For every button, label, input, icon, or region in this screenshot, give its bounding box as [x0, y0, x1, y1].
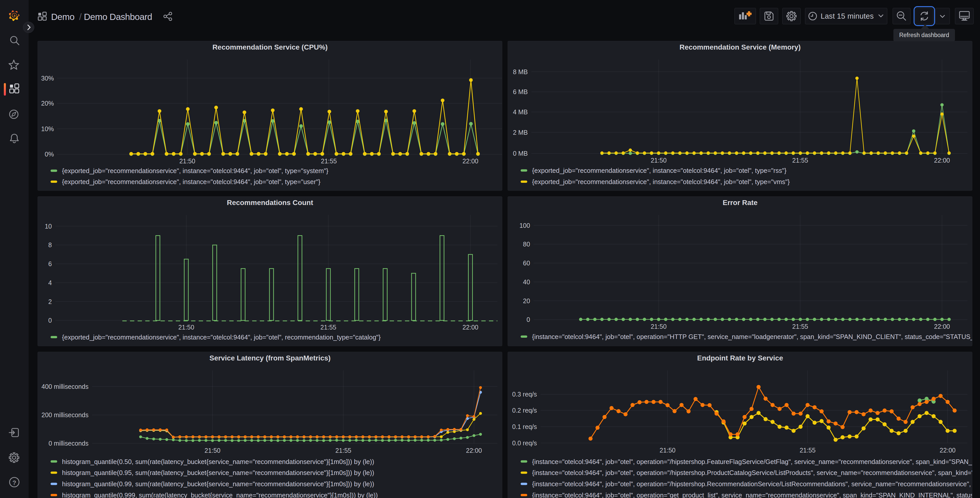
svg-text:20: 20 — [523, 297, 530, 305]
svg-text:21:55: 21:55 — [321, 158, 337, 164]
svg-text:0%: 0% — [45, 150, 54, 158]
svg-text:histogram_quantile(0.999, sum(: histogram_quantile(0.999, sum(rate(laten… — [62, 492, 378, 498]
svg-text:4: 4 — [48, 279, 52, 286]
svg-text:histogram_quantile(0.99, sum(r: histogram_quantile(0.99, sum(rate(latenc… — [62, 480, 374, 487]
svg-text:80: 80 — [523, 241, 530, 248]
svg-text:21:55: 21:55 — [320, 324, 336, 331]
svg-text:22:00: 22:00 — [466, 447, 482, 454]
svg-text:2: 2 — [48, 298, 52, 305]
svg-text:21:50: 21:50 — [179, 158, 195, 164]
svg-text:21:50: 21:50 — [651, 323, 667, 330]
svg-text:6 MB: 6 MB — [513, 88, 528, 95]
svg-text:0.3 req/s: 0.3 req/s — [512, 391, 537, 398]
svg-text:{exported_job="recommendations: {exported_job="recommendationservice", i… — [62, 167, 329, 174]
svg-text:0.1 req/s: 0.1 req/s — [512, 423, 537, 430]
svg-text:0.2 req/s: 0.2 req/s — [512, 407, 537, 414]
svg-text:0.0 req/s: 0.0 req/s — [512, 439, 537, 447]
svg-text:{exported_job="recommendations: {exported_job="recommendationservice", i… — [532, 178, 790, 185]
svg-text:21:50: 21:50 — [205, 447, 221, 454]
svg-text:Service Latency (from SpanMetr: Service Latency (from SpanMetrics) — [210, 354, 331, 362]
svg-text:Error Rate: Error Rate — [723, 199, 757, 207]
svg-text:21:55: 21:55 — [792, 157, 808, 164]
svg-text:22:00: 22:00 — [462, 158, 478, 164]
svg-text:Recommendation Service (CPU%): Recommendation Service (CPU%) — [212, 43, 328, 51]
svg-text:21:55: 21:55 — [336, 447, 351, 454]
svg-text:21:55: 21:55 — [792, 323, 808, 330]
svg-text:Recommendation Service (Memory: Recommendation Service (Memory) — [679, 43, 801, 51]
svg-text:21:50: 21:50 — [660, 447, 676, 454]
svg-text:20%: 20% — [41, 100, 54, 107]
svg-text:0 milliseconds: 0 milliseconds — [49, 440, 88, 447]
svg-text:8: 8 — [48, 241, 52, 249]
svg-text:10: 10 — [45, 223, 52, 230]
svg-text:21:50: 21:50 — [651, 157, 667, 164]
svg-text:22:00: 22:00 — [462, 324, 478, 331]
svg-text:Endpoint Rate by Service: Endpoint Rate by Service — [697, 354, 783, 362]
svg-text:?: ? — [13, 479, 16, 486]
svg-text:0: 0 — [48, 317, 52, 324]
svg-text:200 milliseconds: 200 milliseconds — [41, 411, 88, 418]
svg-text:{instance="otelcol:9464", job=: {instance="otelcol:9464", job="otel", op… — [532, 458, 972, 465]
svg-text:30%: 30% — [41, 75, 54, 82]
svg-text:{instance="otelcol:9464", job=: {instance="otelcol:9464", job="otel", op… — [532, 480, 972, 487]
svg-text:10%: 10% — [41, 125, 54, 132]
svg-text:{instance="otelcol:9464", job=: {instance="otelcol:9464", job="otel", op… — [532, 333, 972, 340]
svg-text:histogram_quantile(0.95, sum(r: histogram_quantile(0.95, sum(rate(latenc… — [62, 469, 374, 476]
svg-text:6: 6 — [48, 260, 52, 267]
svg-text:400 milliseconds: 400 milliseconds — [41, 383, 88, 390]
svg-text:100: 100 — [519, 222, 530, 229]
svg-text:histogram_quantile(0.50, sum(r: histogram_quantile(0.50, sum(rate(latenc… — [62, 458, 374, 465]
svg-text:22:00: 22:00 — [940, 447, 956, 454]
svg-text:22:00: 22:00 — [934, 323, 950, 330]
svg-text:{instance="otelcol:9464", job=: {instance="otelcol:9464", job="otel", op… — [532, 469, 972, 476]
svg-text:21:55: 21:55 — [800, 447, 816, 454]
svg-text:40: 40 — [523, 278, 530, 286]
svg-text:22:00: 22:00 — [934, 157, 950, 164]
svg-text:4 MB: 4 MB — [513, 109, 528, 115]
svg-text:0: 0 — [527, 316, 530, 323]
svg-text:Recommendations Count: Recommendations Count — [227, 199, 313, 207]
svg-text:8 MB: 8 MB — [513, 68, 528, 75]
svg-text:21:50: 21:50 — [178, 324, 194, 331]
svg-text:2 MB: 2 MB — [513, 129, 528, 136]
svg-text:{exported_job="recommendations: {exported_job="recommendationservice", i… — [62, 334, 381, 341]
svg-text:60: 60 — [523, 260, 530, 267]
svg-text:{instance="otelcol:9464", job=: {instance="otelcol:9464", job="otel", op… — [532, 492, 972, 498]
svg-text:{exported_job="recommendations: {exported_job="recommendationservice", i… — [532, 167, 787, 174]
svg-text:0 MB: 0 MB — [513, 150, 528, 157]
svg-text:{exported_job="recommendations: {exported_job="recommendationservice", i… — [62, 178, 321, 185]
